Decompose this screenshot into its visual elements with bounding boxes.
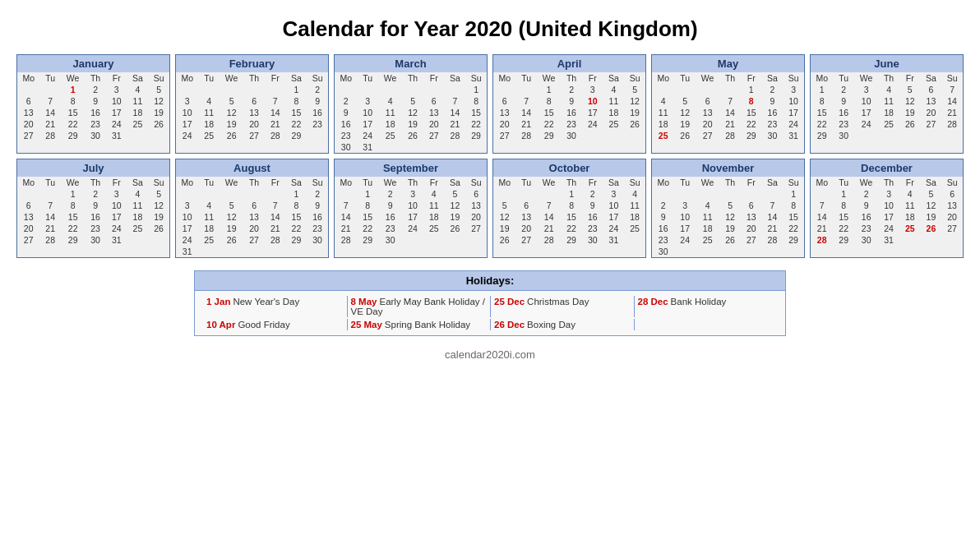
cal-day: [696, 84, 719, 95]
cal-day: 15: [811, 107, 833, 118]
cal-day: 18: [603, 107, 625, 118]
cal-day: [719, 84, 741, 95]
day-header: Mo: [811, 72, 833, 84]
cal-day: 29: [783, 234, 804, 246]
cal-day: 3: [674, 200, 696, 211]
cal-day: 26: [402, 130, 423, 141]
cal-day: 7: [537, 200, 561, 211]
month-box-august: AugustMoTuWeThFrSaSu12345678910111213141…: [175, 159, 329, 258]
day-header: Sa: [762, 177, 784, 188]
cal-day: 12: [402, 107, 423, 118]
holiday-item: 25 MaySpring Bank Holiday: [347, 319, 491, 330]
day-header: Tu: [357, 177, 378, 188]
cal-day: 22: [357, 223, 378, 234]
cal-day: 26: [445, 223, 466, 234]
cal-day: [243, 246, 265, 257]
cal-day: 8: [286, 200, 307, 211]
cal-day: 13: [243, 107, 265, 118]
cal-day: 17: [176, 223, 198, 234]
cal-day: 7: [265, 95, 286, 107]
cal-day: 16: [307, 107, 328, 118]
cal-day: 14: [445, 107, 466, 118]
cal-day: 2: [652, 200, 674, 211]
cal-day: 18: [127, 211, 149, 223]
cal-day: 24: [176, 234, 198, 246]
day-header: Th: [719, 177, 741, 188]
cal-day: [445, 84, 466, 95]
cal-day: [921, 234, 942, 246]
day-header: Tu: [198, 72, 220, 84]
cal-day: 6: [17, 200, 39, 211]
cal-day: 3: [582, 84, 603, 95]
cal-day: 29: [561, 234, 582, 246]
month-box-january: JanuaryMoTuWeThFrSaSu1234567891011121314…: [16, 54, 170, 154]
cal-day: 25: [127, 118, 149, 130]
month-box-july: JulyMoTuWeThFrSaSu1234567891011121314151…: [16, 159, 170, 258]
cal-day: 6: [515, 200, 537, 211]
cal-day: 24: [176, 130, 198, 141]
holiday-item: 8 MayEarly May Bank Holiday / VE Day: [347, 296, 491, 317]
cal-day: 30: [378, 234, 402, 246]
cal-day: 25: [696, 234, 719, 246]
cal-day: 28: [265, 234, 286, 246]
holidays-section: Holidays: 1 JanNew Year's Day8 MayEarly …: [194, 270, 786, 336]
cal-day: 22: [783, 223, 804, 234]
cal-day: 26: [220, 234, 243, 246]
cal-day: [148, 130, 169, 141]
cal-day: 23: [307, 118, 328, 130]
cal-day: [423, 141, 445, 153]
cal-day: 1: [811, 84, 833, 95]
cal-day: [402, 84, 423, 95]
cal-day: 16: [762, 107, 784, 118]
cal-day: 27: [941, 223, 963, 234]
day-header: Th: [243, 72, 265, 84]
cal-day: 12: [220, 211, 243, 223]
cal-day: 4: [899, 188, 921, 200]
cal-day: 15: [465, 107, 487, 118]
cal-day: 13: [515, 211, 537, 223]
cal-day: 9: [85, 200, 106, 211]
day-header: Su: [148, 72, 169, 84]
day-header: Su: [624, 72, 645, 84]
cal-day: 9: [833, 95, 854, 107]
cal-day: 9: [854, 200, 878, 211]
day-header: Sa: [127, 72, 149, 84]
cal-day: 5: [493, 200, 515, 211]
day-header: Mo: [652, 72, 674, 84]
cal-day: 1: [561, 188, 582, 200]
cal-day: 31: [783, 130, 804, 141]
cal-day: 21: [39, 118, 61, 130]
cal-day: 30: [762, 130, 784, 141]
month-title: October: [493, 159, 645, 177]
cal-day: [148, 234, 169, 246]
cal-day: 7: [811, 200, 833, 211]
cal-day: 29: [811, 130, 833, 141]
cal-day: 19: [719, 223, 741, 234]
cal-day: 6: [941, 188, 963, 200]
cal-day: 2: [85, 84, 106, 95]
cal-day: [243, 188, 265, 200]
cal-day: 4: [624, 188, 645, 200]
cal-day: [674, 246, 696, 257]
holiday-item: 1 JanNew Year's Day: [203, 296, 347, 317]
day-header: Tu: [198, 177, 220, 188]
cal-day: [335, 188, 357, 200]
cal-day: 15: [286, 107, 307, 118]
cal-day: 16: [833, 107, 854, 118]
cal-day: 17: [878, 211, 899, 223]
month-title: June: [811, 55, 963, 72]
cal-day: 6: [465, 188, 487, 200]
cal-day: 7: [719, 95, 741, 107]
day-header: Tu: [515, 177, 537, 188]
cal-day: 5: [445, 188, 466, 200]
cal-day: 4: [878, 84, 899, 95]
cal-day: 17: [854, 107, 878, 118]
cal-day: 12: [719, 211, 741, 223]
cal-day: [402, 234, 423, 246]
day-header: Su: [624, 177, 645, 188]
cal-day: 21: [335, 223, 357, 234]
day-header: Fr: [106, 72, 127, 84]
cal-table: MoTuWeThFrSaSu12345678910111213141516171…: [176, 177, 328, 257]
cal-day: [307, 246, 328, 257]
holiday-name: Christmas Day: [527, 297, 589, 307]
